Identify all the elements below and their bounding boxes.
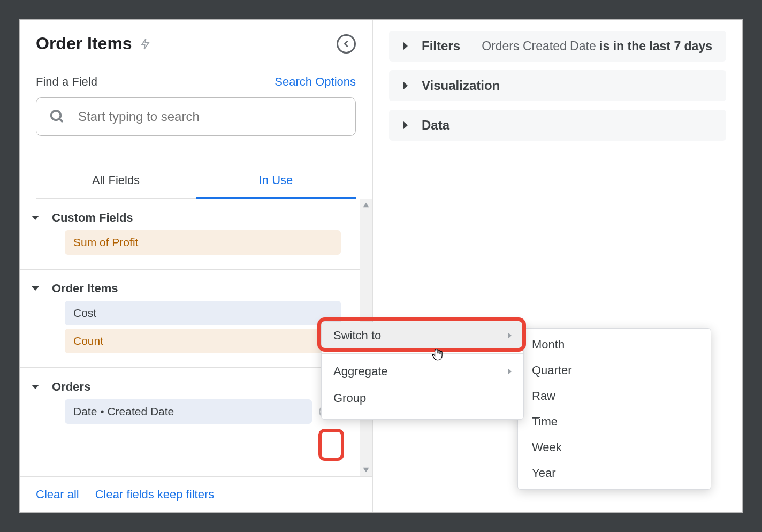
find-row: Find a Field Search Options	[36, 75, 356, 89]
search-box[interactable]	[36, 97, 356, 136]
submenu-arrow-icon	[508, 332, 512, 339]
menu-item-switch-to[interactable]: Switch to	[322, 322, 523, 349]
lightning-icon[interactable]	[139, 37, 153, 51]
filters-summary: Orders Created Date is in the last 7 day…	[482, 39, 712, 54]
field-tabs: All Fields In Use	[36, 163, 356, 199]
group-header-order-items[interactable]: Order Items	[20, 278, 360, 301]
section-title: Data	[422, 118, 449, 133]
submenu-item-time[interactable]: Time	[518, 409, 711, 435]
section-filters[interactable]: Filters Orders Created Date is in the la…	[389, 31, 726, 62]
svg-marker-3	[363, 468, 369, 472]
find-field-label: Find a Field	[36, 75, 97, 89]
group-custom-fields: Custom Fields Sum of Profit	[20, 199, 360, 270]
submenu-item-year[interactable]: Year	[518, 460, 711, 486]
switch-to-submenu: Month Quarter Raw Time Week Year	[517, 328, 711, 490]
field-chip-cost[interactable]: Cost	[65, 301, 341, 325]
search-input[interactable]	[77, 109, 342, 125]
title-row: Order Items	[36, 34, 356, 54]
chips-custom: Sum of Profit	[20, 230, 360, 255]
submenu-item-week[interactable]: Week	[518, 435, 711, 460]
search-icon	[49, 109, 65, 125]
group-header-orders[interactable]: Orders	[20, 377, 360, 399]
menu-divider	[322, 353, 523, 354]
submenu-item-month[interactable]: Month	[518, 332, 711, 358]
group-label: Custom Fields	[52, 211, 133, 225]
date-field-row: Date • Created Date	[20, 399, 360, 424]
caret-down-icon	[32, 286, 39, 291]
section-visualization[interactable]: Visualization	[389, 70, 726, 101]
field-picker-footer: Clear all Clear fields keep filters	[20, 476, 372, 512]
caret-right-icon	[403, 81, 408, 90]
clear-fields-keep-filters-link[interactable]: Clear fields keep filters	[95, 488, 215, 501]
svg-point-0	[51, 111, 61, 120]
caret-down-icon	[32, 385, 39, 389]
submenu-item-quarter[interactable]: Quarter	[518, 358, 711, 383]
section-title: Visualization	[422, 78, 500, 93]
field-context-menu: Switch to Aggregate Group	[321, 322, 524, 420]
scroll-up-button[interactable]	[360, 199, 372, 211]
group-order-items: Order Items Cost Count	[20, 270, 360, 368]
submenu-arrow-icon	[508, 368, 512, 375]
app-frame: Order Items Find a Field Search Options …	[19, 19, 743, 513]
field-list: Custom Fields Sum of Profit Order Items …	[20, 199, 372, 476]
collapse-panel-button[interactable]	[337, 34, 356, 54]
field-picker-panel: Order Items Find a Field Search Options …	[20, 20, 373, 512]
search-options-link[interactable]: Search Options	[275, 75, 356, 89]
tab-all-fields[interactable]: All Fields	[36, 163, 196, 198]
group-orders: Orders Date • Created Date	[20, 368, 360, 435]
field-chip-count[interactable]: Count	[65, 329, 341, 353]
field-picker-header: Order Items Find a Field Search Options …	[20, 20, 372, 199]
group-label: Orders	[52, 380, 90, 394]
caret-down-icon	[32, 216, 39, 220]
menu-item-group[interactable]: Group	[322, 385, 523, 412]
clear-all-link[interactable]: Clear all	[36, 488, 79, 501]
chips-order-items: Cost Count	[20, 301, 360, 353]
scroll-down-button[interactable]	[360, 464, 372, 476]
tab-in-use[interactable]: In Use	[196, 163, 356, 198]
section-data[interactable]: Data	[389, 110, 726, 141]
page-title: Order Items	[36, 34, 132, 54]
group-header-custom-fields[interactable]: Custom Fields	[20, 208, 360, 230]
section-title: Filters	[422, 39, 460, 54]
caret-right-icon	[403, 42, 408, 50]
submenu-item-raw[interactable]: Raw	[518, 383, 711, 409]
svg-line-1	[59, 119, 63, 122]
field-chip-created-date[interactable]: Date • Created Date	[65, 399, 312, 424]
menu-item-aggregate[interactable]: Aggregate	[322, 358, 523, 385]
group-label: Order Items	[52, 282, 118, 295]
caret-right-icon	[403, 121, 408, 130]
field-chip-sum-of-profit[interactable]: Sum of Profit	[65, 230, 341, 255]
svg-marker-2	[363, 203, 369, 207]
